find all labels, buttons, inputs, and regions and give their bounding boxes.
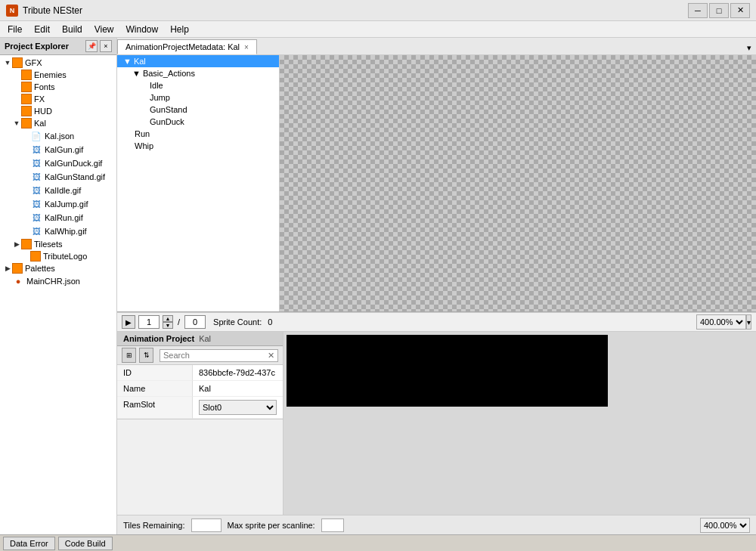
anim-tree-item-jump[interactable]: Jump xyxy=(117,91,279,104)
close-button[interactable]: ✕ xyxy=(730,3,750,18)
max-sprite-input[interactable] xyxy=(321,518,344,532)
frame-up-button[interactable]: ▲ xyxy=(163,315,173,322)
prop-id-label: ID xyxy=(117,365,193,381)
menu-view[interactable]: View xyxy=(88,23,120,36)
tree-item-enemies[interactable]: Enemies xyxy=(0,69,116,81)
tree-item-kalrun-gif[interactable]: 🖼 KalRun.gif xyxy=(0,211,116,224)
panel-pin-button[interactable]: 📌 xyxy=(85,40,98,52)
prop-ramslot-value: Slot0 Slot1 Slot2 xyxy=(193,397,283,419)
title-bar: N Tribute NESter ─ □ ✕ xyxy=(0,0,756,21)
frame-spinner: ▲ ▼ xyxy=(163,315,173,329)
anim-tree-item-basic-actions[interactable]: ▼ Basic_Actions xyxy=(117,67,279,79)
tree-item-kal-json[interactable]: 📄 Kal.json xyxy=(0,129,116,143)
tree-item-hud[interactable]: HUD xyxy=(0,105,116,117)
anim-project-name: Kal xyxy=(199,334,211,343)
kal-expand-icon: ▼ xyxy=(123,57,132,66)
expand-kal-icon: ▼ xyxy=(12,119,21,128)
bottom-zoom-select[interactable]: 400.00% xyxy=(700,518,750,533)
exp-icon2 xyxy=(21,145,30,154)
tree-item-kal-folder[interactable]: ▼ Kal xyxy=(0,117,116,129)
anim-tree-item-whip[interactable]: Whip xyxy=(117,140,279,152)
expand-fonts-icon xyxy=(12,82,21,91)
tree-item-kalwhip-gif[interactable]: 🖼 KalWhip.gif xyxy=(0,224,116,238)
tree-item-kaljump-gif[interactable]: 🖼 KalJump.gif xyxy=(0,197,116,211)
expand-fx-icon xyxy=(12,94,21,104)
tilesets-folder-icon xyxy=(21,239,32,249)
lower-section: Animation Project Kal ⊞ ⇅ ✕ xyxy=(117,332,756,515)
expand-gfx-icon: ▼ xyxy=(3,58,12,67)
panel-collapse-button[interactable]: × xyxy=(100,40,112,52)
menu-window[interactable]: Window xyxy=(120,23,165,36)
tree-item-fonts[interactable]: Fonts xyxy=(0,81,116,93)
menu-help[interactable]: Help xyxy=(164,23,195,36)
tab-dropdown-button[interactable]: ▾ xyxy=(742,42,756,54)
anim-tree-item-run[interactable]: Run xyxy=(117,128,279,140)
animation-tree-panel: ▼ Kal ▼ Basic_Actions Idle xyxy=(117,55,280,311)
ramslot-select[interactable]: Slot0 Slot1 Slot2 xyxy=(199,400,277,415)
frame-separator: / xyxy=(176,317,181,327)
zoom-dropdown-button[interactable]: ▾ xyxy=(746,314,751,330)
sprite-count-label: Sprite Count: xyxy=(213,317,262,327)
anim-search-box: ✕ xyxy=(160,349,278,362)
menu-build[interactable]: Build xyxy=(56,23,88,36)
menu-bar: File Edit Build View Window Help xyxy=(0,21,756,38)
gif-icon5: 🖼 xyxy=(30,198,42,210)
project-explorer-title: Project Explorer xyxy=(5,42,69,51)
tiles-remaining-label: Tiles Remaining: xyxy=(123,521,185,530)
tributelogo-icon xyxy=(30,251,41,262)
tree-item-kalgunduck-gif[interactable]: 🖼 KalGunDuck.gif xyxy=(0,156,116,170)
top-zoom-select[interactable]: 400.00% xyxy=(696,314,746,330)
app-icon: N xyxy=(6,5,18,17)
maximize-button[interactable]: □ xyxy=(709,3,729,18)
sprite-count-value: 0 xyxy=(268,317,272,327)
anim-search-clear-button[interactable]: ✕ xyxy=(268,351,274,361)
tree-item-mainchr[interactable]: ● MainCHR.json xyxy=(0,274,116,288)
tab-animation-metadata[interactable]: AnimationProjectMetadata: Kal × xyxy=(117,39,257,54)
props-grid: ID 836bbcfe-79d2-437c Name Kal RamSlot S… xyxy=(117,365,283,419)
playback-controls: ▶ ▲ ▼ / Sprite Count: 0 400.00% ▾ xyxy=(117,312,756,332)
anim-grid-view-button[interactable]: ⊞ xyxy=(122,348,136,363)
anim-project-header: Animation Project Kal xyxy=(117,332,283,346)
frame-total-input[interactable] xyxy=(184,315,206,329)
anim-sort-button[interactable]: ⇅ xyxy=(139,348,153,363)
tree-item-gfx[interactable]: ▼ GFX xyxy=(0,57,116,69)
enemies-folder-icon xyxy=(21,70,32,80)
prop-ramslot-label: RamSlot xyxy=(117,397,193,419)
data-error-button[interactable]: Data Error xyxy=(3,537,55,550)
tree-item-tilesets[interactable]: ▶ Tilesets xyxy=(0,238,116,250)
canvas-checkered-bg xyxy=(280,55,756,311)
tree-item-kalgun-gif[interactable]: 🖼 KalGun.gif xyxy=(0,143,116,156)
prop-name-value: Kal xyxy=(193,381,283,397)
tree-item-kalidle-gif[interactable]: 🖼 KalIdle.gif xyxy=(0,184,116,197)
tree-item-tributelogo[interactable]: TributeLogo xyxy=(0,250,116,262)
code-build-button[interactable]: Code Build xyxy=(58,537,113,550)
project-explorer: Project Explorer 📌 × ▼ GFX Enemies xyxy=(0,38,117,534)
anim-tree-item-gunstand[interactable]: GunStand xyxy=(117,104,279,116)
tree-item-kalgunstand-gif[interactable]: 🖼 KalGunStand.gif xyxy=(0,170,116,184)
tree-item-fx[interactable]: FX xyxy=(0,93,116,105)
frame-down-button[interactable]: ▼ xyxy=(163,322,173,329)
anim-tree-item-gunduck[interactable]: GunDuck xyxy=(117,116,279,128)
animation-preview-area xyxy=(287,335,608,407)
menu-file[interactable]: File xyxy=(2,23,28,36)
tab-close-button[interactable]: × xyxy=(244,43,249,51)
animation-project-left: Animation Project Kal ⊞ ⇅ ✕ xyxy=(117,332,284,515)
exp-icon xyxy=(21,132,30,141)
anim-search-input[interactable] xyxy=(163,351,268,360)
json-file-icon: 📄 xyxy=(30,130,42,142)
anim-tree-item-kal[interactable]: ▼ Kal xyxy=(117,55,279,67)
minimize-button[interactable]: ─ xyxy=(688,3,708,18)
window-controls: ─ □ ✕ xyxy=(688,3,750,18)
prop-id-value: 836bbcfe-79d2-437c xyxy=(193,365,283,381)
fx-folder-icon xyxy=(21,94,32,104)
tree-item-palettes[interactable]: ▶ Palettes xyxy=(0,262,116,274)
app-title: Tribute NESter xyxy=(23,5,82,16)
tiles-remaining-input[interactable] xyxy=(191,518,222,532)
play-button[interactable]: ▶ xyxy=(122,315,135,329)
kal-folder-icon xyxy=(21,118,32,128)
anim-tree-item-idle[interactable]: Idle xyxy=(117,79,279,91)
frame-current-input[interactable] xyxy=(138,315,160,329)
gif-icon7: 🖼 xyxy=(30,225,42,237)
palettes-folder-icon xyxy=(12,263,23,274)
menu-edit[interactable]: Edit xyxy=(28,23,56,36)
